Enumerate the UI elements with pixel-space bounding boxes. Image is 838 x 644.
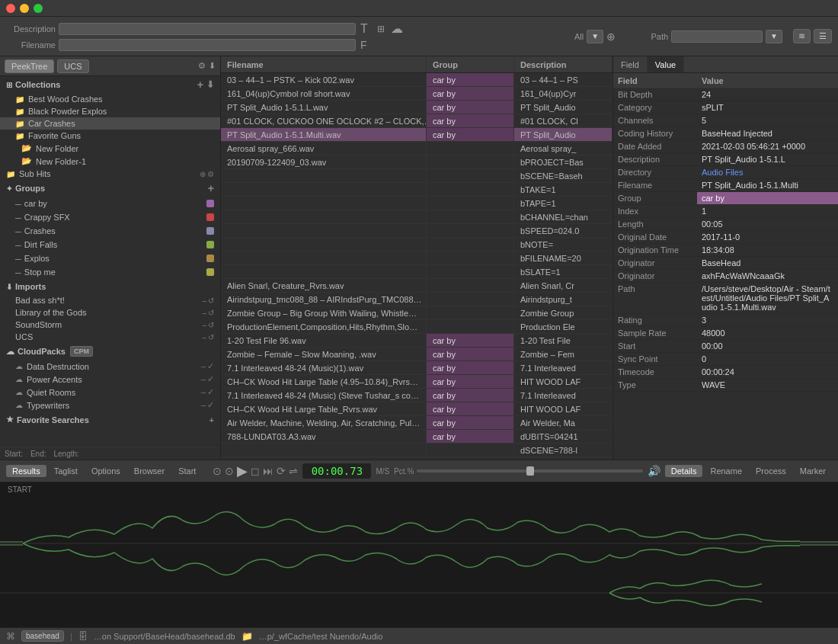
group-item-car-by[interactable]: – car by [0,197,220,210]
check-icon[interactable]: ✓ [207,361,214,371]
path-input[interactable] [671,30,763,43]
right-tab-rename[interactable]: Rename [704,465,748,477]
progress-bar[interactable] [417,469,643,473]
minus-icon[interactable]: – [202,309,206,317]
metadata-row[interactable]: Coding History BaseHead Injected [613,127,838,140]
minus-icon[interactable]: – [202,333,206,341]
metadata-row[interactable]: Bit Depth 24 [613,88,838,101]
cloudpack-quiet-rooms[interactable]: ☁ Quiet Rooms – ✓ [0,386,220,399]
minus-icon[interactable]: – [202,321,206,329]
shuffle-btn[interactable]: ⇌ [289,465,298,477]
table-row[interactable]: 7.1 Interleaved 48-24 (Music) (Steve Tus… [221,389,613,402]
download-icon[interactable]: ⬇ [209,61,216,71]
minus-icon[interactable]: – [15,212,21,223]
imports-header[interactable]: ⬇ Imports [0,279,220,294]
metadata-row[interactable]: Originator axhFAcWaWNcaaaGk [613,270,838,283]
refresh-icon[interactable]: ↺ [208,309,214,317]
close-button[interactable] [6,4,15,13]
record-btn[interactable]: ⊙ [213,465,222,477]
metadata-row[interactable]: Description PT Split_Audio 1-5.1.L [613,153,838,166]
sidebar-item-sub-hits[interactable]: 📁 Sub Hits ⊕ ⚙ [0,168,220,180]
stop-btn[interactable]: ◻ [251,465,260,477]
minus-icon[interactable]: – [201,387,206,397]
import-item-soundstorm[interactable]: SoundStorm – ↺ [0,319,220,331]
metadata-row[interactable]: Index 1 [613,205,838,218]
table-row[interactable]: Zombie Group – Big Group With Wailing, W… [221,306,613,320]
import-item-ucs[interactable]: UCS – ↺ [0,331,220,343]
group-item-stop-me[interactable]: – Stop me [0,265,220,279]
table-row[interactable]: Air Welder, Machine, Welding, Air, Scrat… [221,416,613,430]
table-row[interactable]: PT Split_Audio 1-5.1.L.wav car by PT Spl… [221,101,613,114]
transport-tab-start[interactable]: Start [172,465,202,477]
group-item-explos[interactable]: – Explos [0,252,220,265]
table-row[interactable]: bSLATE=1 [221,265,613,279]
minus-icon[interactable]: – [201,361,206,371]
cloudpacks-header[interactable]: ☁ CloudPacks CPM [0,343,220,360]
waveform-btn[interactable]: ≋ [793,29,811,43]
metadata-row[interactable]: Length 00:05 [613,218,838,231]
add-favorite-button[interactable]: + [210,415,214,425]
transport-tab-options[interactable]: Options [85,465,126,477]
metadata-row[interactable]: Filename PT Split_Audio 1-5.1.Multi [613,179,838,192]
check-icon[interactable]: ✓ [207,374,214,384]
repeat-btn[interactable]: ⟳ [277,465,286,477]
collections-header[interactable]: ⊞ Collections + ⬇ [0,76,220,93]
transport-tab-results[interactable]: Results [6,465,46,477]
minus-icon[interactable]: – [201,400,206,410]
table-row[interactable]: Alien Snarl, Creature_Rvrs.wav Alien Sna… [221,279,613,293]
settings-icon[interactable]: ⚙ [198,61,206,71]
table-row[interactable]: CH–CK Wood Hit Large Table (4.95–10.84)_… [221,375,613,389]
sidebar-item-black-powder[interactable]: 📁 Black Powder Explos [0,105,220,117]
loop-btn[interactable]: ⊙ [225,465,234,477]
minus-icon[interactable]: – [15,253,21,264]
table-row[interactable]: dSCENE=788-l [221,444,613,457]
cloudpack-power-accents[interactable]: ☁ Power Accents – ✓ [0,373,220,386]
tab-peektree[interactable]: PeekTree [5,59,54,73]
add-collection-button[interactable]: + [197,79,203,90]
table-row[interactable]: bTAKE=1 [221,183,613,197]
import-item-bad-ass[interactable]: Bad ass sh*t! – ↺ [0,294,220,306]
metadata-row[interactable]: Category sPLIT [613,101,838,114]
refresh-icon[interactable]: ↺ [208,321,214,329]
minus-icon[interactable]: – [15,226,21,236]
right-tab-details[interactable]: Details [665,465,703,477]
play-btn[interactable]: ▶ [237,463,248,479]
sidebar-item-favorite-guns[interactable]: 📁 Favorite Guns [0,130,220,142]
metadata-row[interactable]: Type WAVE [613,379,838,392]
right-tab-marker[interactable]: Marker [794,465,832,477]
table-row[interactable]: bNOTE= [221,238,613,252]
group-item-crashes[interactable]: – Crashes [0,224,220,238]
table-row[interactable]: #01 CLOCK, CUCKOO ONE OCLOCK #2 – CLOCK,… [221,114,613,128]
metadata-row[interactable]: Sample Rate 48000 [613,327,838,340]
cloudpack-data-destruction[interactable]: ☁ Data Destruction – ✓ [0,360,220,373]
cloudpack-typewriters[interactable]: ☁ Typewriters – ✓ [0,399,220,412]
minimize-button[interactable] [20,4,29,13]
table-row[interactable]: CH–CK Wood Hit Large Table_Rvrs.wav car … [221,402,613,416]
table-row[interactable]: bCHANNEL=chan [221,210,613,224]
view-btn[interactable]: ☰ [814,29,832,43]
sidebar-item-new-folder-1[interactable]: 📂 New Folder-1 [0,155,220,168]
metadata-row[interactable]: Start 00:00 [613,340,838,353]
metadata-row[interactable]: Originator BaseHead [613,257,838,270]
group-item-crappy-sfx[interactable]: – Crappy SFX [0,210,220,224]
metadata-row[interactable]: Origination Time 18:34:08 [613,244,838,257]
path-dropdown[interactable]: ▼ [766,30,782,43]
minus-icon[interactable]: – [15,239,21,250]
minus-icon[interactable]: – [202,296,206,305]
col-header-description[interactable]: Description [514,56,613,72]
check-icon[interactable]: ✓ [207,387,214,397]
table-row[interactable]: ProductionElement,Composition,Hits,Rhyth… [221,320,613,334]
table-row[interactable]: bTAPE=1 [221,197,613,210]
maximize-button[interactable] [34,4,43,13]
filename-input[interactable] [59,39,356,51]
description-input[interactable] [59,23,356,35]
groups-header[interactable]: ✦ Groups + [0,180,220,197]
metadata-row[interactable]: Sync Point 0 [613,353,838,366]
group-item-dirt-falls[interactable]: – Dirt Falls [0,238,220,252]
metadata-row[interactable]: Timecode 00:00:24 [613,366,838,379]
all-dropdown[interactable]: ▼ [587,30,603,43]
minus-icon[interactable]: – [15,198,21,209]
table-row[interactable]: 20190709-122409_03.wav bPROJECT=Bas [221,155,613,169]
table-row[interactable]: Airindstpurg_tmc088_88 – AIRIndstPurg_TM… [221,293,613,306]
table-row[interactable]: PT Split_Audio 1-5.1.Multi.wav car by PT… [221,128,613,142]
